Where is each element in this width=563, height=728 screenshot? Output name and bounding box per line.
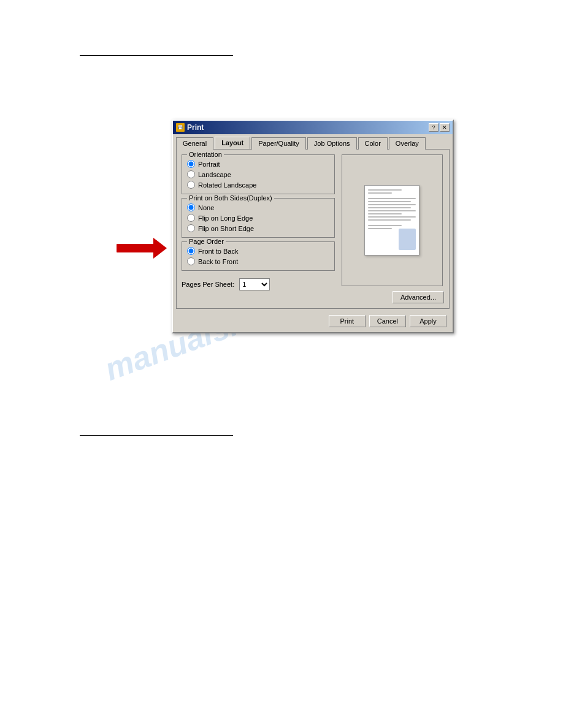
tab-paper-quality[interactable]: Paper/Quality <box>251 137 306 150</box>
flip-short-label: Flip on Short Edge <box>198 225 254 232</box>
portrait-radio[interactable] <box>187 160 195 168</box>
tab-general[interactable]: General <box>176 137 213 150</box>
rotated-landscape-radio[interactable] <box>187 181 195 189</box>
preview-area <box>342 154 443 286</box>
print-dialog: Print ? ✕ General Layout Paper/Quality J… <box>172 119 454 333</box>
orientation-group-label: Orientation <box>187 151 224 158</box>
title-bar: Print ? ✕ <box>173 121 453 134</box>
front-to-back-label: Front to Back <box>198 248 238 255</box>
preview-paper <box>364 185 419 256</box>
none-label: None <box>198 204 214 211</box>
tab-job-options[interactable]: Job Options <box>307 137 357 150</box>
tabs-bar: General Layout Paper/Quality Job Options… <box>173 134 453 149</box>
flip-short-radio[interactable] <box>187 224 195 232</box>
landscape-label: Landscape <box>198 171 231 178</box>
preview-line-10 <box>368 219 411 221</box>
printer-icon <box>176 123 185 132</box>
flip-long-row: Flip on Long Edge <box>187 214 329 222</box>
tab-overlay[interactable]: Overlay <box>389 137 426 150</box>
title-bar-controls: ? ✕ <box>429 123 450 132</box>
portrait-row: Portrait <box>187 160 329 168</box>
back-to-front-label: Back to Front <box>198 258 238 265</box>
tab-content: Orientation Portrait Landscape Rotated L… <box>176 149 450 309</box>
print-button[interactable]: Print <box>329 315 366 327</box>
none-radio[interactable] <box>187 203 195 211</box>
landscape-radio[interactable] <box>187 170 195 178</box>
help-button[interactable]: ? <box>429 123 439 132</box>
preview-line-9 <box>368 216 416 218</box>
none-row: None <box>187 203 329 211</box>
flip-short-row: Flip on Short Edge <box>187 224 329 232</box>
apply-button[interactable]: Apply <box>410 315 446 327</box>
back-to-front-row: Back to Front <box>187 257 329 265</box>
bottom-rule <box>80 435 233 436</box>
arrow-shaft <box>117 244 156 252</box>
close-button[interactable]: ✕ <box>440 123 450 132</box>
duplex-group: Print on Both Sides(Duplex) None Flip on… <box>182 198 335 238</box>
dialog-footer: Print Cancel Apply <box>173 312 453 332</box>
front-to-back-radio[interactable] <box>187 247 195 255</box>
pages-per-sheet-row: Pages Per Sheet: 1 2 4 6 9 16 <box>182 278 335 290</box>
preview-line-8 <box>368 213 402 214</box>
dialog-title: Print <box>187 123 204 132</box>
preview-line-7 <box>368 210 416 211</box>
landscape-row: Landscape <box>187 170 329 178</box>
front-to-back-row: Front to Back <box>187 247 329 255</box>
rotated-landscape-row: Rotated Landscape <box>187 181 329 189</box>
rotated-landscape-label: Rotated Landscape <box>198 181 256 189</box>
pages-per-sheet-label: Pages Per Sheet: <box>182 281 234 288</box>
preview-line-3 <box>368 198 416 199</box>
orientation-group: Orientation Portrait Landscape Rotated L… <box>182 154 335 194</box>
advanced-btn-row: Advanced... <box>340 291 444 303</box>
preview-line-4 <box>368 201 411 202</box>
back-to-front-radio[interactable] <box>187 257 195 265</box>
svg-rect-2 <box>179 127 182 129</box>
preview-line-12 <box>368 228 392 229</box>
page-order-group: Page Order Front to Back Back to Front <box>182 241 335 271</box>
duplex-group-label: Print on Both Sides(Duplex) <box>187 194 274 202</box>
preview-line-11 <box>368 225 402 226</box>
preview-line-2 <box>368 192 392 194</box>
cancel-button[interactable]: Cancel <box>369 315 406 327</box>
tab-color[interactable]: Color <box>358 137 388 150</box>
preview-line-1 <box>368 189 402 191</box>
flip-long-radio[interactable] <box>187 214 195 222</box>
arrow-head <box>153 238 167 259</box>
page: manualshive.com Print ? ✕ Gen <box>0 0 563 728</box>
preview-line-6 <box>368 207 411 208</box>
left-panel: Orientation Portrait Landscape Rotated L… <box>182 154 335 303</box>
title-bar-left: Print <box>176 123 204 132</box>
top-rule <box>80 55 233 56</box>
tab-layout[interactable]: Layout <box>215 137 250 149</box>
flip-long-label: Flip on Long Edge <box>198 214 253 222</box>
svg-rect-1 <box>178 125 182 127</box>
portrait-label: Portrait <box>198 161 220 168</box>
page-order-group-label: Page Order <box>187 238 226 245</box>
right-panel: Advanced... <box>340 154 444 303</box>
pages-per-sheet-select[interactable]: 1 2 4 6 9 16 <box>239 278 270 290</box>
advanced-button[interactable]: Advanced... <box>393 291 444 303</box>
preview-line-5 <box>368 204 416 205</box>
preview-blue-block <box>399 229 416 250</box>
